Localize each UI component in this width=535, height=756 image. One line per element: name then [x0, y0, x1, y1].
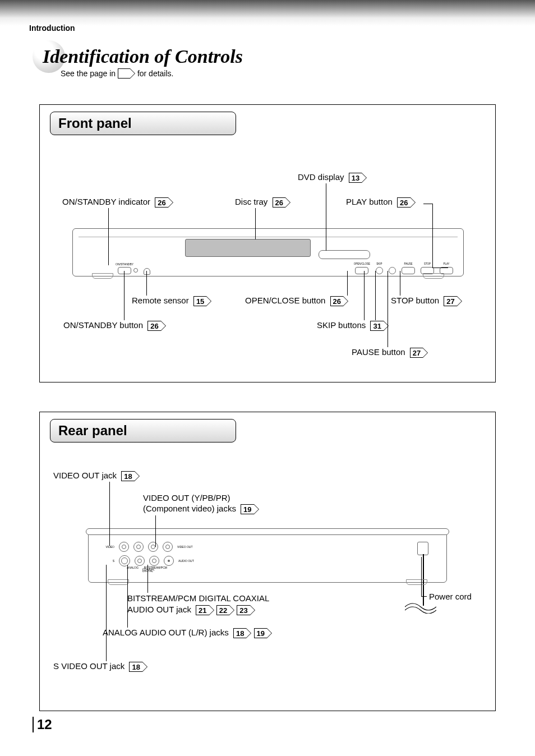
leader-line [432, 268, 448, 268]
leader-line [255, 208, 256, 239]
callout-pause: PAUSE button 27 [352, 347, 428, 358]
callout-onstandby-button: ON/STANDBY button 26 [63, 320, 166, 331]
leader-line [400, 271, 400, 296]
skip-next-button-graphic [389, 267, 396, 274]
callout-analog: ANALOG AUDIO OUT (L/R) jacks 18 19 [103, 628, 272, 639]
component-pr-jack [163, 542, 173, 552]
front-panel-section: Front panel DVD display 13 ON/STANDBY in… [39, 104, 496, 382]
leader-line [432, 204, 433, 268]
power-cord-outlet [417, 542, 428, 555]
leader-line [124, 271, 124, 320]
leader-line [423, 204, 432, 204]
page: Introduction Identification of Controls … [0, 0, 535, 756]
section-heading: Introduction [29, 24, 75, 33]
jack-cluster: VIDEO VIDEO OUT S AUDIO OUT [103, 542, 205, 573]
page-number: 12 [33, 717, 52, 732]
onstandby-indicator-graphic [133, 268, 138, 273]
remote-sensor-graphic [144, 268, 150, 275]
leader-line [326, 183, 326, 251]
callout-power-cord: Power cord [429, 592, 474, 601]
front-button-row: OPEN/CLOSE SKIP PAUSE STOP PLAY [354, 262, 453, 274]
leader-line [421, 596, 427, 597]
callout-dvd-display: DVD display 13 [298, 172, 367, 183]
front-panel-tab: Front panel [50, 112, 236, 135]
rear-panel-tab: Rear panel [50, 419, 236, 442]
callout-onstandby-indicator: ON/STANDBY indicator 26 [62, 197, 173, 208]
leader-line [347, 271, 348, 296]
leader-line [375, 271, 376, 320]
leader-line [106, 565, 107, 661]
rear-device-illustration: VIDEO VIDEO OUT S AUDIO OUT [88, 531, 447, 583]
dvd-display-graphic [319, 250, 370, 259]
disc-tray-graphic [185, 239, 311, 257]
s-video-jack [119, 555, 130, 566]
analog-r-jack [149, 556, 159, 566]
callout-play: PLAY button 26 [346, 197, 416, 208]
leader-line [155, 515, 156, 547]
callout-coaxial: BITSTREAM/PCM DIGITAL COAXIAL AUDIO OUT … [127, 593, 271, 616]
leader-line [326, 183, 326, 184]
analog-l-jack [135, 556, 145, 566]
skip-prev-button-graphic [376, 267, 383, 274]
onstandby-button-graphic [118, 267, 131, 274]
subtitle: See the page in for details. [61, 68, 173, 80]
subtitle-after: for details. [137, 69, 174, 78]
page-title: Identification of Controls [43, 46, 243, 67]
leader-line [109, 482, 110, 546]
callout-remote-sensor: Remote sensor 15 [132, 296, 211, 307]
leader-line [364, 271, 365, 320]
callout-component: VIDEO OUT (Y/PB/PR) (Component video) ja… [143, 493, 259, 515]
callout-skip: SKIP buttons 31 [317, 320, 389, 331]
callout-video-out: VIDEO OUT jack 18 [53, 471, 140, 482]
open-close-button-graphic [355, 267, 368, 274]
callout-open-close: OPEN/CLOSE button 26 [245, 296, 348, 307]
subtitle-before: See the page in [61, 69, 118, 78]
mini-label-onstandby: ON/STANDBY [116, 262, 133, 266]
callout-disc-tray: Disc tray 26 [235, 197, 290, 208]
power-cord-wave [405, 602, 436, 614]
page-ref-icon [118, 68, 135, 80]
callout-svideo: S VIDEO OUT jack 18 [53, 661, 147, 672]
component-pb-jack [148, 542, 158, 552]
video-jack [119, 542, 129, 552]
leader-line [388, 271, 388, 347]
header-gradient [0, 0, 535, 26]
leader-line [146, 271, 147, 296]
coaxial-jack [164, 556, 174, 566]
leader-line [108, 208, 109, 265]
component-y-jack [133, 542, 144, 552]
leader-line [147, 565, 148, 593]
rear-panel-section: Rear panel VIDEO OUT jack 18 VIDEO OUT (… [39, 412, 496, 711]
leader-line [421, 557, 422, 596]
leader-line [127, 565, 128, 628]
front-device-illustration: ON/STANDBY OPEN/CLOSE SKIP PAUSE STOP PL… [72, 228, 464, 276]
callout-stop: STOP button 27 [391, 296, 462, 307]
pause-button-graphic [402, 267, 415, 274]
